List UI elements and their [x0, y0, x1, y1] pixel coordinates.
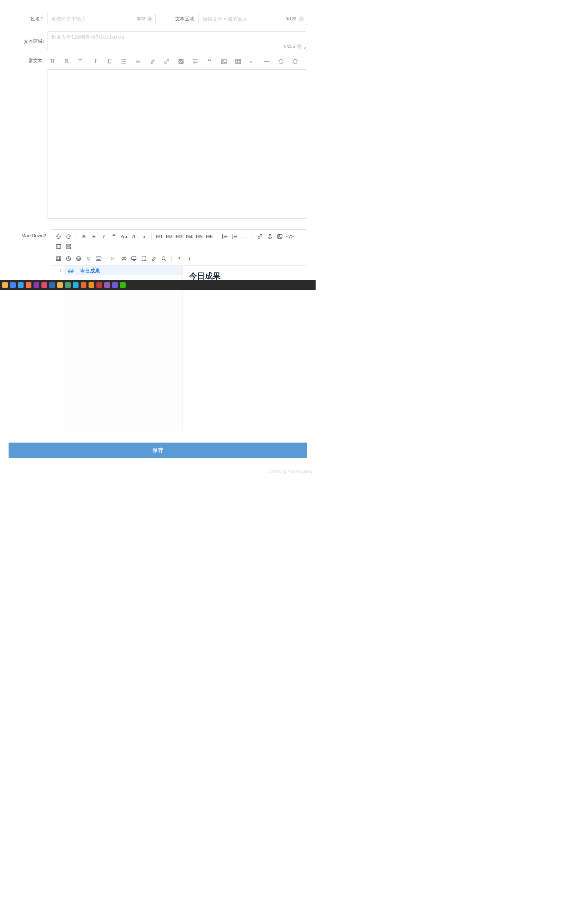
svg-rect-37	[67, 247, 71, 249]
h4-icon[interactable]: H4	[184, 232, 194, 241]
h5-icon[interactable]: H5	[195, 232, 204, 241]
strike-icon[interactable]: S	[89, 232, 99, 241]
label-richtext: 富文本:	[8, 55, 47, 219]
textarea-long-counter: 0/256	[284, 44, 295, 49]
monitor-icon[interactable]	[129, 254, 139, 263]
page-break-icon[interactable]	[64, 242, 73, 251]
clear-icon[interactable]: ✕	[299, 16, 304, 22]
code-icon[interactable]: >_	[249, 58, 256, 65]
windows-taskbar	[0, 280, 316, 290]
line-number: 1	[51, 268, 62, 273]
markdown-source[interactable]: ## 今日成果	[64, 266, 183, 431]
table-icon[interactable]	[54, 254, 63, 263]
terminal-icon[interactable]: >_	[109, 254, 118, 263]
fullscreen-icon[interactable]	[139, 254, 149, 263]
app-teal-icon[interactable]	[112, 282, 118, 288]
help-icon[interactable]: ?	[174, 254, 184, 263]
svg-rect-56	[132, 257, 136, 260]
svg-line-60	[165, 260, 166, 261]
label-name: 姓名*:	[8, 16, 47, 22]
anchor-icon[interactable]	[265, 232, 275, 241]
svg-point-46	[76, 256, 81, 261]
app-w-icon[interactable]	[96, 282, 102, 288]
image-icon[interactable]	[220, 58, 228, 65]
checkbox-icon[interactable]	[177, 58, 185, 65]
app-v-icon[interactable]	[41, 282, 47, 288]
svg-text:3: 3	[232, 237, 233, 239]
app-orange-icon[interactable]	[89, 282, 94, 288]
firefox-icon[interactable]	[26, 282, 31, 288]
wechat-icon[interactable]	[120, 282, 126, 288]
code-icon[interactable]: </>	[285, 232, 294, 241]
required-asterisk-icon: *	[41, 16, 42, 21]
file-explorer-icon[interactable]	[2, 282, 8, 288]
chrome-icon[interactable]	[10, 282, 16, 288]
heading-icon[interactable]: H	[48, 58, 57, 65]
redo-icon[interactable]	[64, 232, 73, 241]
markdown-preview: 今日成果	[183, 266, 307, 431]
field-name: 姓名*: 0/32 ✕	[8, 13, 156, 25]
redo-icon[interactable]	[291, 58, 299, 65]
eraser-icon[interactable]	[149, 254, 158, 263]
clear-icon[interactable]: ✕	[147, 16, 153, 22]
font-size-icon[interactable]: T↕	[77, 58, 85, 65]
app-red-icon[interactable]	[81, 282, 86, 288]
bold-icon[interactable]: B	[79, 232, 89, 241]
font-lower-icon[interactable]: a	[139, 232, 149, 241]
align-icon[interactable]	[134, 58, 142, 65]
bold-icon[interactable]: B	[63, 58, 71, 65]
highlight-icon[interactable]	[149, 58, 157, 65]
edge-icon[interactable]	[73, 282, 79, 288]
svg-rect-35	[67, 244, 71, 246]
label-textarea-short: 文本区域:	[160, 16, 199, 22]
app-gear-icon[interactable]	[65, 282, 71, 288]
paragraph-icon[interactable]	[191, 58, 199, 65]
underline-icon[interactable]: U	[106, 58, 113, 65]
h6-icon[interactable]: H6	[205, 232, 214, 241]
hr-icon[interactable]: —	[240, 232, 249, 241]
ol-icon[interactable]: 123	[230, 232, 239, 241]
h1-icon[interactable]: H1	[155, 232, 164, 241]
quote-icon[interactable]: “	[109, 232, 118, 241]
search-icon[interactable]	[159, 254, 168, 263]
font-size-icon[interactable]: Aa	[119, 232, 129, 241]
italic-icon[interactable]: I	[91, 58, 99, 65]
hr-icon[interactable]: —	[263, 58, 271, 65]
code-block-icon[interactable]	[54, 242, 63, 251]
rich-text-field: 富文本: H B T↕ I U “ >_ —	[1, 55, 315, 225]
undo-icon[interactable]	[54, 232, 63, 241]
h3-icon[interactable]: H3	[174, 232, 184, 241]
link-icon[interactable]	[255, 232, 265, 241]
save-row: 保存	[1, 439, 315, 462]
link-icon[interactable]	[163, 58, 171, 65]
toolbar-separator	[171, 255, 172, 262]
h2-icon[interactable]: H2	[165, 232, 174, 241]
indent-icon[interactable]	[120, 58, 128, 65]
app-purple-icon[interactable]	[104, 282, 110, 288]
svg-point-22	[222, 238, 223, 238]
textarea-long-input[interactable]	[47, 31, 307, 50]
save-button[interactable]: 保存	[8, 443, 307, 458]
copyright-icon[interactable]: ©	[84, 254, 93, 263]
emoji-icon[interactable]	[74, 254, 83, 263]
app-yellow-icon[interactable]	[57, 282, 63, 288]
preview-toggle-icon[interactable]	[119, 254, 129, 263]
clear-icon[interactable]: ✕	[296, 43, 302, 49]
vscode-icon[interactable]	[18, 282, 24, 288]
clock-icon[interactable]	[64, 254, 73, 263]
markdown-gutter: 1	[51, 266, 64, 431]
richtext-editor[interactable]	[47, 69, 307, 219]
toolbar-separator	[106, 255, 107, 262]
undo-icon[interactable]	[277, 58, 285, 65]
photoshop-icon[interactable]	[49, 282, 55, 288]
toolbar-separator	[76, 233, 76, 240]
font-upper-icon[interactable]: A	[129, 232, 139, 241]
ul-icon[interactable]	[220, 232, 229, 241]
info-icon[interactable]: i	[184, 254, 194, 263]
italic-icon[interactable]: I	[99, 232, 108, 241]
table-icon[interactable]	[234, 58, 242, 65]
app-n-icon[interactable]	[34, 282, 39, 288]
quote-icon[interactable]: “	[206, 58, 213, 65]
image-icon[interactable]	[275, 232, 284, 241]
keyboard-icon[interactable]	[94, 254, 103, 263]
